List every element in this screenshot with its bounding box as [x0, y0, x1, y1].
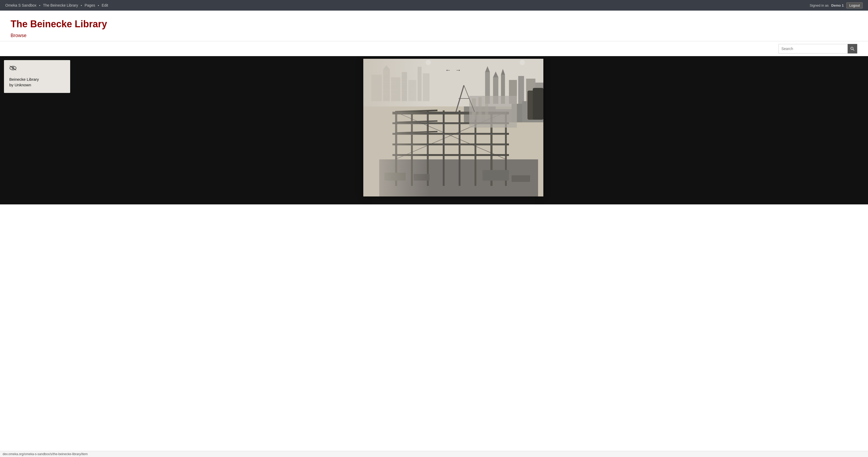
construction-photo-svg	[363, 59, 544, 196]
site-title: The Beinecke Library	[10, 19, 858, 30]
next-arrow[interactable]: →	[456, 67, 461, 73]
top-navigation: Omeka S Sandbox ● The Beinecke Library ●…	[0, 0, 868, 10]
nav-dot-2: ●	[81, 4, 82, 7]
svg-point-63	[520, 60, 525, 65]
statusbar: dev.omeka.org/omeka-s-sandbox/s/the-bein…	[0, 451, 868, 457]
svg-line-1	[853, 49, 854, 51]
pages-nav-link[interactable]: Pages	[85, 3, 95, 7]
logout-button[interactable]: Logout	[846, 2, 863, 8]
signed-in-text: Signed in as	[810, 3, 829, 7]
right-dark-area	[836, 56, 868, 205]
svg-rect-56	[483, 170, 509, 181]
svg-point-0	[851, 47, 853, 50]
page-header: The Beinecke Library Browse	[0, 10, 868, 41]
svg-rect-22	[518, 76, 524, 104]
svg-rect-61	[485, 96, 488, 120]
svg-rect-58	[469, 96, 517, 128]
svg-rect-64	[363, 59, 430, 196]
viewer-area: Beinecke Library by Unknown ← →	[0, 56, 868, 205]
omeka-s-sandbox-link[interactable]: Omeka S Sandbox	[5, 3, 36, 7]
item-title: Beinecke Library by Unknown	[9, 77, 39, 88]
hidden-icon	[9, 65, 17, 72]
prev-arrow[interactable]: ←	[445, 67, 451, 73]
user-name: Demo 1	[831, 3, 844, 7]
statusbar-url: dev.omeka.org/omeka-s-sandbox/s/the-bein…	[3, 452, 88, 456]
item-info-panel: Beinecke Library by Unknown	[4, 60, 70, 93]
svg-rect-30	[533, 88, 544, 120]
topnav-user-area: Signed in as Demo 1 Logout	[810, 2, 863, 8]
svg-rect-57	[512, 175, 530, 182]
construction-photo-container	[363, 59, 544, 196]
edit-nav-link[interactable]: Edit	[102, 3, 108, 7]
search-bar-area	[0, 41, 868, 56]
image-viewer: ← →	[70, 56, 836, 205]
topnav-links: Omeka S Sandbox ● The Beinecke Library ●…	[5, 3, 108, 7]
nav-arrows[interactable]: ← →	[445, 67, 461, 73]
svg-rect-59	[472, 98, 476, 120]
search-input[interactable]	[779, 44, 847, 53]
search-icon	[850, 47, 855, 51]
search-container	[778, 44, 858, 54]
nav-dot-3: ●	[98, 4, 99, 7]
svg-rect-35	[443, 111, 444, 186]
svg-rect-60	[478, 97, 482, 120]
beinecke-library-nav-link[interactable]: The Beinecke Library	[43, 3, 78, 7]
svg-rect-36	[459, 111, 461, 186]
browse-link[interactable]: Browse	[10, 33, 27, 38]
search-button[interactable]	[847, 44, 857, 54]
eye-hidden-icon	[9, 65, 17, 71]
nav-dot-1: ●	[39, 4, 40, 7]
